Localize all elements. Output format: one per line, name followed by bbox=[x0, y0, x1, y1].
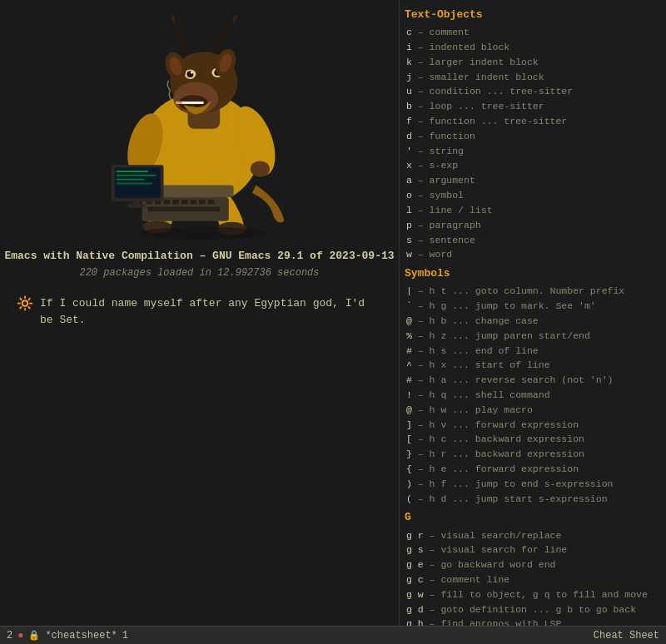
cheatsheet-item: } – h r ... backward expression bbox=[405, 447, 659, 462]
cheatsheet-panel: Text-Objectsc – commenti – indented bloc… bbox=[400, 0, 666, 644]
cheatsheet-item: ^ – h x ... start of line bbox=[405, 358, 659, 373]
buffer-num: 1 bbox=[122, 630, 128, 642]
cheatsheet-item: w – word bbox=[405, 247, 659, 262]
cheatsheet-item: c – comment bbox=[405, 25, 659, 40]
svg-rect-42 bbox=[127, 205, 145, 208]
cheatsheet-item: # – h a ... reverse search (not 'n') bbox=[405, 373, 659, 388]
cheatsheet-item: @ – h w ... play macro bbox=[405, 403, 659, 418]
cheatsheet-item: u – condition ... tree-sitter bbox=[405, 84, 659, 99]
emacs-title: Emacs with Native Compilation – GNU Emac… bbox=[4, 250, 394, 262]
cheatsheet-item: p – paragraph bbox=[405, 218, 659, 233]
svg-rect-30 bbox=[181, 200, 187, 205]
svg-rect-34 bbox=[147, 206, 220, 211]
cheatsheet-item: b – loop ... tree-sitter bbox=[405, 99, 659, 114]
cheatsheet-item: i – indented block bbox=[405, 40, 659, 55]
cheatsheet-item: g w – fill to object, g q to fill and mo… bbox=[405, 587, 659, 602]
gnu-mascot bbox=[67, 8, 333, 241]
cheatsheet-item: s – sentence bbox=[405, 233, 659, 248]
cheatsheet-item: # – h s ... end of line bbox=[405, 344, 659, 359]
lock-icon: 🔒 bbox=[28, 630, 40, 641]
svg-rect-39 bbox=[116, 179, 144, 181]
cheatsheet-item: ( – h d ... jump start s-expression bbox=[405, 492, 659, 507]
cheatsheet-item: { – h e ... forward expression bbox=[405, 462, 659, 477]
status-bar: 2 ● 🔒 *cheatsheet* 1 Cheat Sheet bbox=[0, 626, 666, 644]
cheatsheet-item: a – argument bbox=[405, 173, 659, 188]
cheatsheet-item: g c – comment line bbox=[405, 572, 659, 587]
cheatsheet-item: o – symbol bbox=[405, 188, 659, 203]
quote-icon: 🔆 bbox=[17, 295, 33, 314]
quote-line: 🔆 If I could name myself after any Egypt… bbox=[0, 295, 399, 328]
cheatsheet-item: ' – string bbox=[405, 144, 659, 159]
cheatsheet-item: @ – h b ... change case bbox=[405, 314, 659, 329]
cheatsheet-item: x – s-exp bbox=[405, 158, 659, 173]
section-title: G bbox=[405, 509, 659, 526]
status-right: Cheat Sheet bbox=[594, 630, 659, 642]
svg-rect-32 bbox=[199, 200, 206, 205]
cheatsheet-item: ] – h v ... forward expression bbox=[405, 418, 659, 433]
section-title: Symbols bbox=[405, 265, 659, 282]
svg-point-43 bbox=[250, 161, 269, 176]
cheatsheet-item: ) – h f ... jump to end s-expression bbox=[405, 477, 659, 492]
cheatsheet-item: g d – goto definition ... g b to go back bbox=[405, 602, 659, 617]
svg-rect-28 bbox=[163, 200, 170, 205]
svg-rect-41 bbox=[132, 200, 139, 205]
cheatsheet-item: g r – visual search/replace bbox=[405, 528, 659, 543]
left-panel: Emacs with Native Compilation – GNU Emac… bbox=[0, 0, 400, 644]
svg-point-16 bbox=[190, 72, 192, 74]
packages-subtitle: 220 packages loaded in 12.992736 seconds bbox=[79, 267, 319, 279]
status-left: 2 ● 🔒 *cheatsheet* 1 bbox=[7, 630, 128, 642]
svg-rect-29 bbox=[172, 200, 179, 205]
cheatsheet-item: | – h t ... goto column. Number prefix bbox=[405, 284, 659, 299]
cheatsheet-item: k – larger indent block bbox=[405, 55, 659, 70]
cheatsheet-item: f – function ... tree-sitter bbox=[405, 114, 659, 129]
status-dot: ● bbox=[17, 630, 23, 642]
cheatsheet-item: l – line / list bbox=[405, 203, 659, 218]
svg-rect-33 bbox=[207, 200, 214, 205]
svg-rect-40 bbox=[116, 183, 152, 185]
svg-rect-37 bbox=[116, 171, 148, 172]
cheatsheet-item: g s – visual search for line bbox=[405, 542, 659, 557]
cheatsheet-item: d – function bbox=[405, 129, 659, 144]
section-title: Text-Objects bbox=[405, 7, 659, 23]
svg-point-44 bbox=[139, 227, 267, 240]
cheatsheet-item: ` – h g ... jump to mark. See 'm' bbox=[405, 299, 659, 314]
cheatsheet-item: [ – h c ... backward expression bbox=[405, 432, 659, 447]
quote-text: If I could name myself after any Egyptia… bbox=[40, 295, 382, 328]
cheatsheet-item: % – h z ... jump paren start/end bbox=[405, 329, 659, 344]
cheatsheet-item: j – smaller indent block bbox=[405, 70, 659, 85]
line-number: 2 bbox=[7, 630, 12, 642]
svg-rect-31 bbox=[190, 200, 196, 205]
svg-rect-23 bbox=[176, 102, 182, 104]
cheatsheet-item: ! – h q ... shell command bbox=[405, 388, 659, 403]
buffer-name: *cheatsheet* bbox=[45, 630, 117, 642]
cheatsheet-item: g e – go backward word end bbox=[405, 557, 659, 572]
svg-rect-38 bbox=[116, 175, 156, 176]
